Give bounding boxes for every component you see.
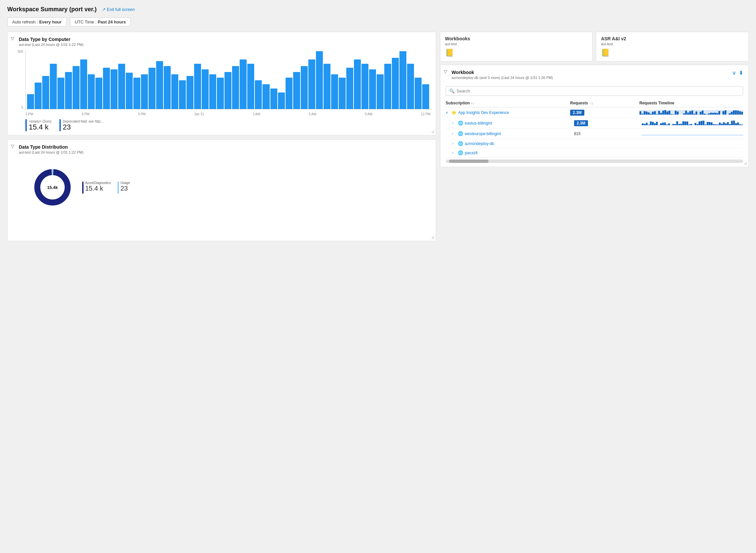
row-expand-icon[interactable]: ∨ [446, 111, 450, 114]
resize-handle-2[interactable]: ⊿ [431, 235, 435, 239]
svg-rect-51 [737, 111, 739, 114]
workbooks-icon[interactable]: 📒 [445, 49, 588, 57]
svg-rect-82 [698, 121, 700, 125]
svg-rect-101 [737, 123, 739, 125]
row-name-westeurope[interactable]: westeurope-billingint [465, 132, 574, 136]
resize-handle-3[interactable]: ⊿ [744, 161, 747, 165]
svg-rect-90 [715, 124, 717, 125]
svg-rect-73 [680, 124, 682, 125]
svg-rect-52 [739, 111, 741, 114]
bar [103, 68, 110, 109]
expand-down-icon[interactable]: ∨ [732, 70, 736, 76]
donut-legend-usage: Usage 23 [117, 181, 130, 193]
row-expand-icon-5[interactable]: › [452, 151, 457, 155]
exit-fullscreen-button[interactable]: ↗ Exit full screen [102, 7, 135, 12]
row-expand-icon-3[interactable]: › [452, 132, 457, 136]
svg-rect-11 [654, 111, 656, 114]
row-expand-icon-4[interactable]: › [452, 142, 457, 145]
resize-handle[interactable]: ⊿ [431, 129, 435, 134]
row-expand-icon-2[interactable]: › [452, 121, 457, 125]
row-subscription-app-insights: ∨ ⭐ App Insights Dev Experience [446, 110, 570, 115]
svg-rect-99 [733, 121, 735, 125]
bar [263, 84, 269, 109]
svg-rect-77 [688, 125, 690, 125]
search-input[interactable] [457, 88, 740, 93]
row-requests-westeurope: 815 [574, 132, 642, 136]
bar-chart: 500 0 3 PM 6 PM 9 PM Jan 31 3 AM 6 AM 9 … [13, 50, 431, 116]
asr-icon[interactable]: 📒 [601, 49, 744, 57]
bar [133, 78, 140, 109]
search-box[interactable]: 🔍 [446, 86, 743, 96]
bar [35, 83, 41, 109]
sort-icon-subscription[interactable]: ↑↓ [471, 101, 474, 105]
bar [50, 64, 57, 109]
col-header-timeline: Requests Timeline [640, 101, 743, 105]
row-name-paruizfi[interactable]: paruizfi [465, 151, 574, 155]
bar [179, 80, 186, 109]
scrollbar-thumb[interactable] [449, 160, 489, 163]
globe-icon-4: 🌐 [458, 150, 463, 155]
bar [73, 66, 80, 109]
svg-rect-62 [658, 125, 660, 125]
chart2-title: Data Type Distribution [19, 144, 431, 150]
data-type-by-computer-panel: ▽ Data Type by Computer aul-test (Last 2… [7, 32, 436, 136]
svg-rect-27 [687, 113, 689, 114]
table-body: ∨ ⭐ App Insights Dev Experience 2.3M [446, 107, 743, 158]
svg-rect-65 [664, 123, 666, 125]
table-header: Subscription ↑↓ Requests ↑↓ Requests Tim… [446, 99, 743, 107]
bar [323, 64, 330, 109]
horizontal-scrollbar[interactable] [446, 160, 743, 163]
chart-bars [25, 50, 431, 109]
workbooks-title: Workbooks [445, 36, 588, 41]
page-title: Workspace Summary (port ver.) [7, 6, 97, 13]
bar [156, 61, 163, 109]
workbook-subtitle: azmondeploy-db (and 3 more) (Last 24 hou… [452, 76, 553, 80]
bar [224, 72, 231, 109]
svg-rect-39 [712, 113, 714, 114]
auto-refresh-button[interactable]: Auto refresh : Every hour [7, 17, 67, 26]
svg-rect-47 [729, 113, 731, 114]
row-name-eastus[interactable]: eastus-billingint [465, 121, 574, 126]
bar [88, 74, 95, 109]
bar [247, 64, 254, 109]
svg-rect-76 [686, 122, 688, 125]
svg-rect-10 [652, 112, 654, 114]
svg-rect-103 [741, 125, 743, 125]
workbook-header: Workbook azmondeploy-db (and 3 more) (La… [446, 70, 743, 83]
top-right-cards: Workbooks aul-test 📒 ASR A&I v2 aul-test… [440, 32, 749, 62]
asr-subtitle: aul-test [601, 42, 744, 46]
svg-rect-71 [676, 121, 678, 125]
table-row: › 🌐 azmondeploy-db [446, 139, 743, 148]
legend-item-deprecated: Deprecated field: see http:... 23 [60, 118, 104, 131]
svg-rect-50 [735, 110, 737, 114]
svg-rect-53 [741, 112, 743, 114]
svg-rect-31 [695, 112, 697, 114]
svg-rect-15 [662, 111, 664, 114]
utc-time-button[interactable]: UTC Time : Past 24 hours [70, 17, 131, 26]
workbooks-subtitle: aul-test [445, 42, 588, 46]
workbooks-card: Workbooks aul-test 📒 [440, 32, 593, 62]
bar [369, 69, 376, 109]
table-row: › 🌐 eastus-billingint 2.3M [446, 118, 743, 129]
row-name-azmon[interactable]: azmondeploy-db [465, 141, 574, 146]
sort-icon-requests[interactable]: ↑↓ [590, 101, 593, 105]
donut-legend-azure: AzureDiagnostics 15.4 k [82, 181, 111, 193]
download-icon[interactable]: ⬇ [739, 70, 743, 76]
chart-y-axis: 500 0 [13, 50, 24, 109]
bar [194, 64, 201, 109]
row-name-app-insights[interactable]: App Insights Dev Experience [458, 110, 570, 115]
svg-rect-88 [711, 122, 713, 125]
svg-rect-96 [727, 122, 729, 125]
bar [240, 60, 247, 109]
svg-rect-95 [725, 124, 727, 125]
svg-rect-87 [708, 122, 710, 125]
bar [187, 76, 193, 109]
svg-rect-41 [716, 113, 718, 114]
svg-rect-16 [664, 110, 666, 114]
svg-rect-56 [646, 123, 647, 125]
bar [65, 72, 72, 109]
bar [316, 51, 323, 109]
chart-x-axis: 3 PM 6 PM 9 PM Jan 31 3 AM 6 AM 9 AM 12 … [25, 112, 431, 116]
bar [422, 84, 429, 109]
bar [362, 64, 368, 109]
